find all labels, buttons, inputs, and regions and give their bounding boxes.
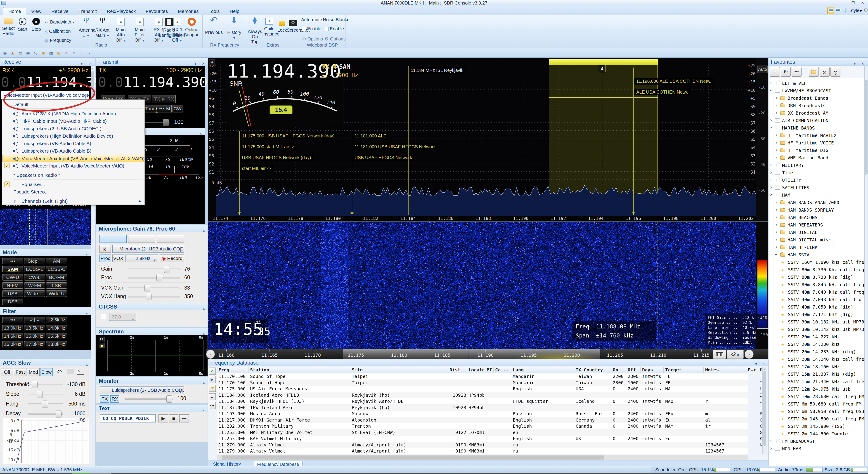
scroll-left-icon[interactable]: ‹: [218, 455, 219, 459]
mode-button-[interactable]: •••: [2, 258, 23, 264]
ruler-scroll-left-button[interactable]: «: [206, 350, 215, 359]
tree-node[interactable]: HAM DIGITAL: [769, 229, 864, 236]
tab-tools[interactable]: Tools: [204, 7, 225, 15]
online-support-button[interactable]: Online Support: [182, 18, 201, 37]
tree-node[interactable]: UTILITY: [769, 177, 864, 184]
favourite-item[interactable]: ★SSTV 17m 18.160 kHz: [769, 363, 864, 371]
more-options-button[interactable]: •••: [792, 67, 802, 76]
monitor-volume-slider[interactable]: [124, 398, 173, 400]
ruler-scroll-right-button[interactable]: »: [745, 350, 753, 359]
db-filter-button[interactable]: [209, 385, 216, 392]
mode-button-LSB[interactable]: LSB: [46, 282, 67, 289]
bandwidth-button[interactable]: ⇔ Bandwidth ▾: [44, 20, 74, 25]
mode-button-USB[interactable]: USB: [2, 290, 23, 297]
tune-button[interactable]: Tune: [144, 105, 156, 113]
tree-node[interactable]: HAM BEACONS: [769, 214, 864, 221]
db-row[interactable]: 11.193.000Moscow AeroMoscowRussianRuss -…: [217, 411, 748, 417]
tree-node[interactable]: Broadcast Bands: [769, 94, 864, 102]
noise-blanker-options-button[interactable]: ⚙ Options: [325, 36, 345, 41]
db-row[interactable]: 11.184.000Reykjavik HFDL (ID3)Reykjavik …: [217, 398, 748, 404]
tx-spectrum-section-header[interactable]: Spectrum▲: [96, 328, 208, 335]
mic-tab-other[interactable]: [157, 235, 184, 243]
mode-button-ECSS-U[interactable]: ECSS-U: [46, 266, 67, 273]
scroll-up-icon[interactable]: ∧: [764, 367, 766, 371]
signal-marker-line[interactable]: [352, 131, 352, 215]
tab-transmit[interactable]: Transmit: [73, 7, 102, 15]
tune-more-button[interactable]: •••: [157, 105, 166, 113]
close-icon[interactable]: ✕: [858, 0, 867, 5]
filter-button-3.0kHz[interactable]: ±3.0kHz: [2, 325, 23, 331]
audio-menu-item[interactable]: Luidsprekers (High Definition Audio Devi…: [2, 132, 144, 140]
mic-bw-combo[interactable]: 2.8kHz▼: [125, 254, 158, 262]
noise-blanker-enable-checkbox[interactable]: Enable: [325, 26, 344, 31]
db-column-header-locator[interactable]: Locator: [468, 367, 484, 373]
monitor-device-combo[interactable]: Luidsprekers (2- USB Audio CODEC )▼: [100, 386, 184, 394]
db-row[interactable]: 11.175.000US Air Force MessagesEnglishUS…: [217, 386, 748, 392]
db-column-header-station[interactable]: Station: [250, 367, 349, 373]
tree-node[interactable]: HF Maritime VOICE: [769, 139, 864, 147]
tree-node[interactable]: HAM: [769, 191, 864, 199]
chevron-right-icon[interactable]: [770, 119, 772, 122]
transmit-panel-header[interactable]: Transmit ▼ ✕: [96, 58, 208, 66]
favourite-item[interactable]: ★SSTV 20m 14.233 kHz (dig): [769, 348, 864, 355]
tab-memories[interactable]: Memories: [173, 7, 204, 15]
mode-button-AM[interactable]: AM: [46, 258, 67, 264]
keyboard-entry-button[interactable]: [713, 350, 726, 359]
tree-node[interactable]: MARINE BANDS: [769, 124, 864, 132]
db-row[interactable]: 11.170.100Sound of HopeTaipeiMandarinTai…: [217, 373, 748, 380]
favourite-item[interactable]: ★SSTV 2m 145.800 (ISS): [769, 423, 864, 430]
chevron-down-icon[interactable]: [775, 253, 777, 255]
chevron-right-icon[interactable]: [775, 97, 777, 99]
db-column-header-target[interactable]: Target: [665, 367, 703, 373]
auto-scale-button[interactable]: Auto: [757, 66, 768, 73]
always-on-top-button[interactable]: ⧫ Always On Top: [248, 18, 262, 44]
warning-icon[interactable]: ▲: [9, 50, 16, 56]
chevron-right-icon[interactable]: [770, 179, 772, 181]
tree-node[interactable]: HAM SSTV: [769, 251, 864, 259]
tree-node[interactable]: DRM Broadcasts: [769, 102, 864, 109]
mode-button-CW-U[interactable]: CW-U: [2, 274, 23, 281]
agc-graph-icon[interactable]: ∿: [77, 368, 84, 375]
frequency-button[interactable]: ▤ Frequency: [44, 37, 71, 43]
favourites-header[interactable]: Favourites ▼ ✕: [769, 58, 868, 66]
db-more-button[interactable]: •••: [209, 402, 216, 409]
ctcss-section-header[interactable]: CTCSS▲: [96, 303, 208, 310]
tab-receive[interactable]: Receive: [46, 7, 73, 15]
favourite-item[interactable]: ★SSTV 40m 7.040 kHz call freq: [769, 288, 864, 296]
ctcss-tone-combo[interactable]: 67.0⌄: [109, 313, 136, 321]
frequency-ruler[interactable]: 11.16011.16511.17011.17511.18011.18511.1…: [206, 349, 768, 359]
folder-icon[interactable]: ▧: [56, 50, 62, 56]
favourite-item[interactable]: ★SSTV 2m 144.500 Twente: [769, 430, 864, 438]
favourite-item[interactable]: ★SSTV 30m 10.142 kHz usb MP73n: [769, 326, 864, 333]
mic-proc-slider[interactable]: [128, 277, 180, 279]
text-section-header[interactable]: Text▲: [96, 405, 208, 412]
record-icon[interactable]: ◉: [25, 50, 31, 56]
tree-node[interactable]: LW/MW/HF BROADCAST: [769, 87, 864, 94]
favourite-item[interactable]: ★SSTV 40m 7.058 kHz (dig): [769, 303, 864, 311]
text-more-button[interactable]: •••: [179, 414, 189, 422]
mic-vox-gain-slider[interactable]: [128, 287, 180, 289]
filter-button-[interactable]: « | »: [24, 317, 45, 323]
favourite-item[interactable]: ★SSTV 6m 50.950 call freq USB: [769, 408, 864, 415]
audio-menu-item[interactable]: Luidsprekers (2- USB Audio CODEC ): [2, 125, 144, 132]
calibration-button[interactable]: △ Calibration: [44, 29, 71, 34]
filter-button-5.5kHz[interactable]: ±5.5kHz: [46, 333, 67, 339]
agc-slow-button[interactable]: Slow: [40, 368, 53, 376]
chevron-down-icon[interactable]: [770, 193, 772, 196]
tree-node[interactable]: HAM HF-LINK: [769, 244, 864, 251]
scroll-up-icon[interactable]: ∧: [92, 67, 94, 70]
start-button[interactable]: ▶ Start: [16, 18, 29, 32]
chevron-right-icon[interactable]: [775, 209, 777, 211]
filter-button-[interactable]: •••: [2, 317, 23, 323]
receive-panel-header[interactable]: Receive ▼ ✕: [0, 58, 95, 66]
monitor-layout-active-icon[interactable]: [827, 7, 834, 14]
previous-button[interactable]: ↶ Previous: [205, 18, 223, 35]
chevron-right-icon[interactable]: [775, 112, 777, 114]
chevron-right-icon[interactable]: [775, 246, 777, 248]
auto-mute-options-button[interactable]: ⚙ Options: [302, 36, 323, 41]
lock-button[interactable]: Lock: [277, 18, 288, 33]
tab-home[interactable]: Home: [3, 7, 26, 15]
chevron-right-icon[interactable]: [770, 447, 772, 450]
favourite-item[interactable]: ★SSTV 10m 28.680 call freq FM: [769, 393, 864, 400]
maximize-icon[interactable]: ❐: [848, 0, 858, 5]
